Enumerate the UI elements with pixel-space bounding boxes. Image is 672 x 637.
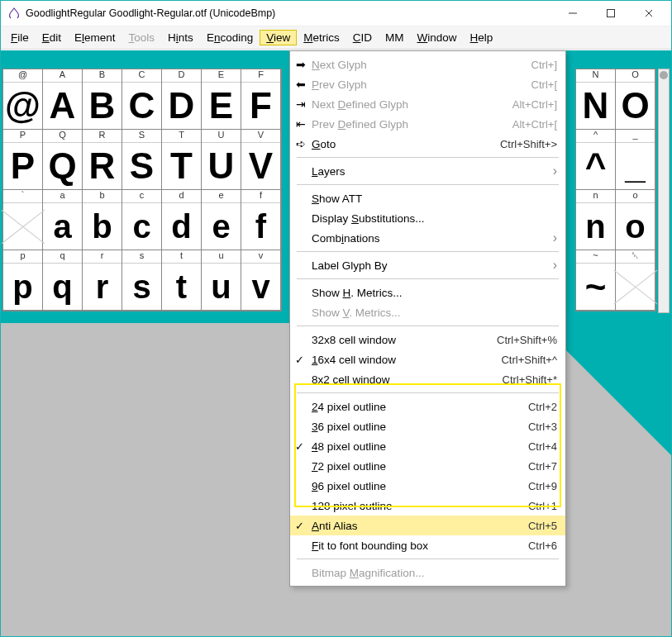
- menu-encoding[interactable]: Encoding: [200, 30, 260, 45]
- arrow-left-stop-icon: ⇤: [295, 118, 307, 130]
- menu-display-subs[interactable]: Display Substitutions...: [290, 208, 565, 228]
- glyph-cell[interactable]: pp: [3, 250, 43, 311]
- glyph-header: `: [3, 190, 42, 203]
- glyph-cell[interactable]: cc: [122, 190, 162, 250]
- chevron-right-icon: ›: [546, 231, 557, 245]
- glyph-cell[interactable]: rr: [83, 250, 122, 311]
- menu-36px-outline[interactable]: 36 pixel outlineCtrl+3: [290, 416, 565, 436]
- separator: [297, 559, 559, 559]
- menu-24px-outline[interactable]: 24 pixel outlineCtrl+2: [290, 397, 565, 416]
- glyph-cell[interactable]: TT: [162, 130, 202, 190]
- menu-edit[interactable]: Edit: [36, 30, 68, 45]
- glyph-cell[interactable]: nn: [576, 190, 616, 250]
- glyph-cell[interactable]: AA: [43, 69, 83, 130]
- menu-8x2[interactable]: 8x2 cell windowCtrl+Shift+*: [290, 369, 565, 389]
- glyph-cell[interactable]: tt: [162, 250, 202, 311]
- glyph-cell[interactable]: OO: [616, 69, 655, 130]
- glyph-cell[interactable]: qq: [43, 250, 83, 311]
- glyph-cell[interactable]: FF: [241, 69, 281, 130]
- glyph-cell[interactable]: DD: [162, 69, 202, 130]
- glyph-cell[interactable]: uu: [202, 250, 241, 311]
- menu-show-v-metrics: Show V. Metrics...: [290, 302, 565, 322]
- glyph-cell[interactable]: EE: [202, 69, 241, 130]
- glyph-cell[interactable]: @@: [3, 69, 43, 130]
- window-title: GoodlightRegular Goodlight-Regular.otf (…: [26, 7, 554, 19]
- glyph-cell[interactable]: aa: [43, 190, 83, 250]
- menu-show-att[interactable]: Show ATT: [290, 188, 565, 208]
- glyph-cell[interactable]: SS: [122, 130, 162, 190]
- menu-next-glyph: ➡Next GlyphCtrl+]: [290, 55, 565, 74]
- menu-32x8[interactable]: 32x8 cell windowCtrl+Shift+%: [290, 330, 565, 349]
- glyph-cell[interactable]: QQ: [43, 130, 83, 190]
- glyph-preview: f: [241, 203, 280, 250]
- menu-48px-outline[interactable]: ✓48 pixel outlineCtrl+4: [290, 436, 565, 456]
- glyph-preview: t: [162, 264, 201, 310]
- glyph-header: r: [83, 250, 122, 264]
- glyph-preview: s: [122, 264, 161, 310]
- glyph-cell[interactable]: VV: [241, 130, 281, 190]
- menu-anti-alias[interactable]: ✓Anti AliasCtrl+5: [290, 516, 565, 535]
- glyph-cell[interactable]: oo: [616, 190, 655, 250]
- glyph-preview: O: [616, 83, 655, 129]
- glyph-header: A: [43, 69, 82, 83]
- glyph-preview: p: [3, 264, 42, 310]
- minimize-button[interactable]: [554, 1, 592, 26]
- glyph-grid-right[interactable]: NNOO^^__nnoo~~␡: [575, 69, 656, 311]
- glyph-cell[interactable]: ee: [202, 190, 241, 250]
- menu-mm[interactable]: MM: [379, 30, 411, 45]
- close-button[interactable]: [630, 1, 668, 26]
- menu-file[interactable]: File: [4, 30, 36, 45]
- glyph-cell[interactable]: bb: [83, 190, 122, 250]
- glyph-grid-left[interactable]: @@AABBCCDDEEFFPPQQRRSSTTUUVV`aabbccddeef…: [2, 69, 282, 311]
- glyph-header: q: [43, 250, 82, 264]
- glyph-cell[interactable]: `: [3, 190, 43, 250]
- scrollbar-thumb[interactable]: [660, 71, 668, 79]
- menu-16x4[interactable]: ✓16x4 cell windowCtrl+Shift+^: [290, 349, 565, 369]
- glyph-cell[interactable]: __: [616, 130, 655, 190]
- menu-metrics[interactable]: Metrics: [297, 30, 346, 45]
- glyph-preview: ^: [576, 143, 615, 189]
- menu-128px-outline[interactable]: 128 pixel outlineCtrl+1: [290, 496, 565, 516]
- glyph-header: u: [202, 250, 241, 264]
- glyph-preview: [3, 203, 42, 250]
- glyph-header: f: [241, 190, 280, 203]
- glyph-cell[interactable]: NN: [576, 69, 616, 130]
- menu-show-h-metrics[interactable]: Show H. Metrics...: [290, 283, 565, 302]
- menu-goto[interactable]: ➪GotoCtrl+Shift+>: [290, 134, 565, 154]
- glyph-scrollbar[interactable]: [658, 69, 670, 313]
- menu-layers[interactable]: Layers›: [290, 161, 565, 181]
- glyph-cell[interactable]: ~~: [576, 250, 616, 311]
- menu-72px-outline[interactable]: 72 pixel outlineCtrl+7: [290, 456, 565, 476]
- glyph-cell[interactable]: ␡: [616, 250, 655, 311]
- glyph-cell[interactable]: ff: [241, 190, 281, 250]
- menu-view[interactable]: View: [260, 30, 297, 45]
- glyph-cell[interactable]: ss: [122, 250, 162, 311]
- glyph-preview: V: [241, 143, 280, 189]
- glyph-cell[interactable]: PP: [3, 130, 43, 190]
- glyph-cell[interactable]: CC: [122, 69, 162, 130]
- separator: [297, 184, 559, 185]
- glyph-cell[interactable]: ^^: [576, 130, 616, 190]
- menu-fit-bounding-box[interactable]: Fit to font bounding boxCtrl+6: [290, 535, 565, 555]
- glyph-cell[interactable]: vv: [241, 250, 281, 311]
- menu-combinations[interactable]: Combinations›: [290, 228, 565, 248]
- menu-cid[interactable]: CID: [346, 30, 379, 45]
- glyph-preview: n: [576, 203, 615, 250]
- glyph-cell[interactable]: BB: [83, 69, 122, 130]
- menu-label-glyph-by[interactable]: Label Glyph By›: [290, 255, 565, 275]
- workspace: @@AABBCCDDEEFFPPQQRRSSTTUUVV`aabbccddeef…: [1, 50, 671, 636]
- arrow-right-icon: ➡: [295, 59, 307, 70]
- glyph-preview: B: [83, 83, 122, 129]
- glyph-cell[interactable]: UU: [202, 130, 241, 190]
- menu-element[interactable]: Element: [68, 30, 122, 45]
- menu-help[interactable]: Help: [464, 30, 500, 45]
- glyph-cell[interactable]: dd: [162, 190, 202, 250]
- glyph-cell[interactable]: RR: [83, 130, 122, 190]
- menu-96px-outline[interactable]: 96 pixel outlineCtrl+9: [290, 476, 565, 496]
- glyph-header: N: [576, 69, 615, 83]
- menu-window[interactable]: Window: [411, 30, 464, 45]
- menu-hints[interactable]: Hints: [161, 30, 200, 45]
- glyph-preview: b: [83, 203, 122, 250]
- glyph-preview: ~: [576, 264, 615, 310]
- maximize-button[interactable]: [592, 1, 630, 26]
